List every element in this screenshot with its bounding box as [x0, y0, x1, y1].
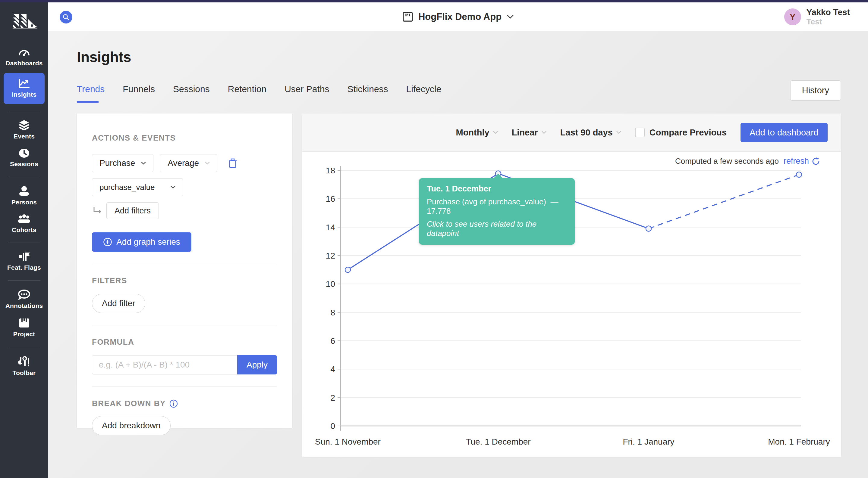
add-breakdown-button[interactable]: Add breakdown	[92, 416, 170, 435]
svg-text:2: 2	[330, 393, 335, 403]
sidebar-item-label: Project	[13, 331, 35, 338]
sidebar-item-toolbar[interactable]: Toolbar	[0, 352, 48, 381]
svg-text:12: 12	[326, 251, 335, 260]
sidebar-item-label: Dashboards	[5, 60, 42, 67]
sidebar-item-label: Annotations	[5, 302, 43, 309]
cohorts-icon	[18, 214, 31, 224]
add-filter-button[interactable]: Add filter	[92, 294, 145, 313]
sidebar-item-project[interactable]: Project	[0, 314, 48, 342]
sidebar-item-persons[interactable]: Persons	[0, 182, 48, 210]
tooltip-value: 17.778	[427, 206, 451, 215]
chevron-down-icon	[493, 131, 498, 134]
nested-arrow-icon	[92, 206, 102, 215]
sidebar-divider	[8, 347, 40, 347]
sidebar-item-label: Toolbar	[13, 369, 36, 377]
history-button[interactable]: History	[790, 80, 841, 101]
tab-sessions[interactable]: Sessions	[173, 84, 210, 103]
sidebar-divider	[8, 177, 40, 177]
math-select[interactable]: Average	[160, 154, 217, 172]
formula-input[interactable]	[92, 355, 237, 374]
query-panel: ACTIONS & EVENTS Purchase Average	[77, 113, 292, 428]
tab-user-paths[interactable]: User Paths	[284, 84, 329, 103]
project-icon	[19, 318, 30, 328]
tab-funnels[interactable]: Funnels	[123, 84, 155, 103]
interval-select[interactable]: Monthly	[456, 128, 498, 138]
sessions-icon	[18, 148, 30, 158]
svg-text:0: 0	[330, 421, 335, 431]
formula-label: FORMULA	[92, 337, 277, 347]
page-title: Insights	[77, 49, 841, 65]
svg-text:16: 16	[326, 194, 335, 203]
sidebar-item-label: Sessions	[10, 161, 38, 168]
user-menu[interactable]: Y Yakko Test Test	[784, 2, 850, 31]
annotations-icon	[18, 289, 30, 300]
sidebar-item-label: Insights	[12, 91, 36, 98]
chart-tooltip[interactable]: Tue. 1 December Purchase (avg of purchas…	[419, 178, 575, 245]
date-range-select[interactable]: Last 90 days	[560, 128, 621, 138]
insights-icon	[19, 79, 30, 89]
svg-text:6: 6	[330, 336, 335, 346]
chart-body: Computed a few seconds ago refresh 02468…	[302, 152, 841, 456]
chart-card: Monthly Linear Last 90 days	[302, 113, 841, 457]
sidebar-divider	[8, 243, 40, 243]
display-value: Linear	[512, 128, 538, 138]
tab-stickiness[interactable]: Stickiness	[347, 84, 388, 103]
plus-circle-icon	[103, 238, 112, 246]
project-switcher[interactable]: HogFlix Demo App	[403, 2, 514, 31]
date-range-value: Last 90 days	[560, 128, 613, 138]
compare-previous-checkbox[interactable]	[635, 128, 645, 137]
tooltip-hint: Click to see users related to the datapo…	[427, 219, 567, 238]
svg-text:Fri. 1 January: Fri. 1 January	[623, 437, 674, 446]
persons-icon	[19, 186, 30, 196]
event-select[interactable]: Purchase	[92, 154, 153, 172]
svg-text:8: 8	[330, 308, 335, 317]
sidebar-item-feature-flags[interactable]: Feat. Flags	[0, 248, 48, 275]
insight-tabs: Trends Funnels Sessions Retention User P…	[77, 84, 841, 103]
add-filters-button[interactable]: Add filters	[106, 202, 159, 219]
top-accent-strip	[0, 0, 868, 2]
tooltip-value-line: Purchase (avg of purchase_value) — 17.77…	[427, 197, 567, 216]
delete-series-icon[interactable]	[228, 158, 237, 168]
toolbar-icon	[18, 356, 31, 367]
sidebar-item-sessions[interactable]: Sessions	[0, 144, 48, 172]
sidebar-item-dashboards[interactable]: Dashboards	[0, 43, 48, 71]
svg-text:14: 14	[326, 223, 335, 232]
svg-text:18: 18	[326, 166, 335, 175]
info-icon[interactable]	[169, 400, 178, 408]
property-select[interactable]: purchase_value	[92, 178, 183, 196]
chevron-down-icon	[616, 131, 621, 134]
svg-text:Mon. 1 February: Mon. 1 February	[768, 437, 830, 446]
tab-lifecycle[interactable]: Lifecycle	[406, 84, 441, 103]
compare-previous-toggle: Compare Previous	[635, 128, 727, 138]
add-graph-series-label: Add graph series	[116, 237, 180, 247]
user-name: Yakko Test	[807, 7, 850, 18]
add-to-dashboard-button[interactable]: Add to dashboard	[741, 123, 828, 142]
filters-label: FILTERS	[92, 276, 277, 285]
section-divider	[92, 264, 277, 264]
events-icon	[18, 120, 30, 130]
breakdown-label: BREAK DOWN BY	[92, 399, 166, 408]
section-divider	[92, 386, 277, 387]
sidebar-item-cohorts[interactable]: Cohorts	[0, 210, 48, 238]
apply-formula-button[interactable]: Apply	[237, 355, 277, 374]
posthog-logo	[10, 11, 38, 34]
tab-retention[interactable]: Retention	[228, 84, 267, 103]
compare-previous-label: Compare Previous	[650, 128, 727, 138]
section-divider	[92, 325, 277, 326]
search-button[interactable]	[60, 11, 72, 24]
flag-icon	[18, 252, 30, 262]
chevron-down-icon	[141, 162, 146, 165]
sidebar-item-events[interactable]: Events	[0, 116, 48, 144]
chevron-down-icon	[170, 186, 176, 189]
add-graph-series-button[interactable]: Add graph series	[92, 232, 191, 252]
sidebar-item-insights[interactable]: Insights	[4, 73, 44, 104]
sidebar-item-annotations[interactable]: Annotations	[0, 285, 48, 314]
display-select[interactable]: Linear	[512, 128, 547, 138]
svg-text:Tue. 1 December: Tue. 1 December	[466, 437, 530, 446]
tab-trends[interactable]: Trends	[77, 84, 104, 103]
tooltip-date: Tue. 1 December	[427, 184, 567, 194]
interval-value: Monthly	[456, 128, 489, 138]
dashboards-icon	[18, 47, 30, 57]
chart-controls: Monthly Linear Last 90 days	[302, 113, 841, 152]
svg-text:Sun. 1 November: Sun. 1 November	[315, 437, 381, 446]
